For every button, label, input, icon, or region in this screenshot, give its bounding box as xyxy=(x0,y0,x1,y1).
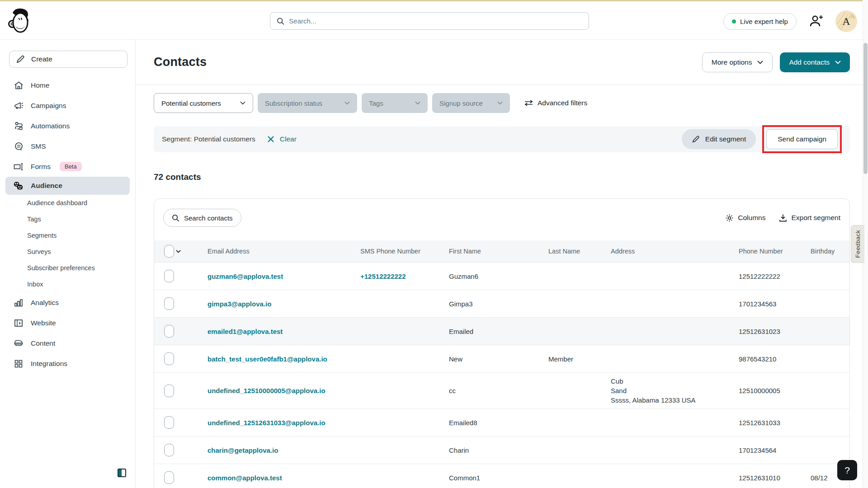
export-segment-label: Export segment xyxy=(791,214,840,222)
table-row: guzman6@applova.test +12512222222 Guzman… xyxy=(154,262,849,290)
contact-email-link[interactable]: charin@getapplova.io xyxy=(208,446,278,454)
sidebar-item-label: Forms xyxy=(31,163,51,171)
add-contacts-label: Add contacts xyxy=(789,58,830,66)
sidebar-item-automations[interactable]: Automations xyxy=(5,116,130,136)
contact-email-link[interactable]: undefined_12512631033@applova.io xyxy=(208,419,326,427)
column-header-last-name[interactable]: Last Name xyxy=(545,248,607,255)
phone-cell: 9876543210 xyxy=(735,355,807,363)
signup-source-dropdown: Signup source xyxy=(432,93,510,113)
row-checkbox[interactable] xyxy=(164,385,174,397)
contact-email-link[interactable]: batch_test_user0e0fafb1@applova.io xyxy=(208,355,327,363)
table-row: charin@getapplova.io Charin 1701234564 xyxy=(154,436,849,464)
phone-cell: 12512631033 xyxy=(735,419,807,427)
sidebar-subitem-tags[interactable]: Tags xyxy=(0,211,135,227)
first-name-cell: cc xyxy=(445,387,545,394)
more-options-button[interactable]: More options xyxy=(702,52,773,72)
column-header-birthday[interactable]: Birthday xyxy=(807,248,850,255)
phone-cell: 12510000005 xyxy=(735,387,807,394)
sidebar-item-label: Integrations xyxy=(31,360,67,368)
segment-bar: Segment: Potential customers Clear Edit … xyxy=(154,126,850,152)
first-name-cell: Common1 xyxy=(445,474,545,482)
row-checkbox[interactable] xyxy=(164,325,174,338)
sidebar-item-sms[interactable]: SMS xyxy=(5,136,130,156)
row-checkbox[interactable] xyxy=(164,270,174,282)
sidebar-subitem-segments[interactable]: Segments xyxy=(0,227,135,244)
sidebar-item-label: Website xyxy=(31,319,56,327)
more-options-label: More options xyxy=(712,58,752,66)
column-header-address[interactable]: Address xyxy=(607,243,735,260)
chevron-down-icon xyxy=(415,101,420,105)
table-row: emailed1@applova.test Emailed 1251263102… xyxy=(154,317,849,345)
table-row: undefined_12510000005@applova.io cc Cub … xyxy=(154,372,849,408)
contact-email-link[interactable]: gimpa3@applova.io xyxy=(208,300,271,308)
first-name-cell: Charin xyxy=(445,446,545,454)
mailchimp-logo-icon[interactable] xyxy=(8,7,30,35)
contact-email-link[interactable]: common@applova.test xyxy=(208,474,282,482)
edit-segment-button[interactable]: Edit segment xyxy=(682,129,756,149)
sidebar-item-label: Analytics xyxy=(31,299,59,307)
sidebar-subitem-inbox[interactable]: Inbox xyxy=(0,276,135,292)
columns-button[interactable]: Columns xyxy=(725,214,765,222)
export-segment-button[interactable]: Export segment xyxy=(779,214,840,222)
sidebar-item-home[interactable]: Home xyxy=(5,75,130,95)
phone-cell: 1701234563 xyxy=(735,300,807,308)
contact-email-link[interactable]: undefined_12510000005@applova.io xyxy=(208,387,326,394)
search-contacts-button[interactable]: Search contacts xyxy=(163,209,241,227)
scrollbar-thumb[interactable] xyxy=(863,43,868,174)
gear-icon xyxy=(725,214,734,222)
subscription-status-dropdown: Subscription status xyxy=(258,93,357,113)
sidebar-item-audience[interactable]: Audience xyxy=(5,177,130,195)
contact-sms-link[interactable]: +12512222222 xyxy=(360,272,406,280)
add-contacts-button[interactable]: Add contacts xyxy=(780,52,850,72)
live-expert-help-button[interactable]: Live expert help xyxy=(723,13,797,30)
row-checkbox[interactable] xyxy=(164,444,174,456)
create-label: Create xyxy=(31,55,52,63)
first-name-cell: Gimpa3 xyxy=(445,300,545,308)
sidebar-subitem-audience-dashboard[interactable]: Audience dashboard xyxy=(0,195,135,211)
phone-cell: 1701234564 xyxy=(735,446,807,454)
row-checkbox[interactable] xyxy=(164,352,174,365)
help-button[interactable]: ? xyxy=(837,460,857,480)
page-title: Contacts xyxy=(154,55,207,69)
row-checkbox[interactable] xyxy=(164,416,174,429)
sidebar-item-website[interactable]: Website xyxy=(5,313,130,333)
sliders-icon xyxy=(524,99,533,107)
column-header-phone[interactable]: Phone Number xyxy=(735,248,807,255)
advanced-filters-button[interactable]: Advanced filters xyxy=(524,99,587,107)
column-header-sms-phone[interactable]: SMS Phone Number xyxy=(357,248,445,255)
row-checkbox[interactable] xyxy=(164,471,174,484)
column-header-email[interactable]: Email Address xyxy=(198,248,357,255)
sidebar-item-label: Campaigns xyxy=(31,102,66,110)
sidebar-item-campaigns[interactable]: Campaigns xyxy=(5,95,130,116)
chevron-down-icon xyxy=(757,61,763,64)
contact-email-link[interactable]: guzman6@applova.test xyxy=(208,272,283,280)
invite-users-button[interactable] xyxy=(809,14,825,28)
chevron-down-icon[interactable] xyxy=(176,250,181,253)
sidebar-item-analytics[interactable]: Analytics xyxy=(5,292,130,313)
phone-cell: 12512631010 xyxy=(735,474,807,482)
browser-cursor-icon xyxy=(14,319,24,328)
sidebar-item-content[interactable]: Content xyxy=(5,333,130,353)
account-avatar[interactable]: A xyxy=(835,10,857,32)
column-header-first-name[interactable]: First Name xyxy=(445,248,545,255)
search-input[interactable] xyxy=(289,17,582,25)
select-all-checkbox[interactable] xyxy=(164,245,174,258)
clear-segment-button[interactable]: Clear xyxy=(267,135,297,143)
sidebar-subitem-surveys[interactable]: Surveys xyxy=(0,244,135,260)
create-button[interactable]: Create xyxy=(9,51,127,68)
sidebar-item-forms[interactable]: Forms Beta xyxy=(5,156,130,177)
segment-filter-dropdown[interactable]: Potential customers xyxy=(154,93,253,113)
segment-filter-label: Potential customers xyxy=(161,99,221,107)
sidebar-nav: Create Home Campaigns Automations SMS xyxy=(0,40,136,488)
page-header: Contacts More options Add contacts xyxy=(136,40,868,85)
clear-label: Clear xyxy=(280,135,297,143)
feedback-tab[interactable]: Feedback xyxy=(851,225,864,263)
columns-label: Columns xyxy=(738,214,765,222)
row-checkbox[interactable] xyxy=(164,297,174,310)
send-campaign-button[interactable]: Send campaign xyxy=(766,129,838,149)
collapse-sidebar-icon[interactable] xyxy=(118,469,126,477)
contact-email-link[interactable]: emailed1@applova.test xyxy=(208,328,283,335)
sidebar-subitem-subscriber-preferences[interactable]: Subscriber preferences xyxy=(0,260,135,276)
sidebar-item-integrations[interactable]: Integrations xyxy=(5,353,130,374)
global-search xyxy=(270,12,589,30)
